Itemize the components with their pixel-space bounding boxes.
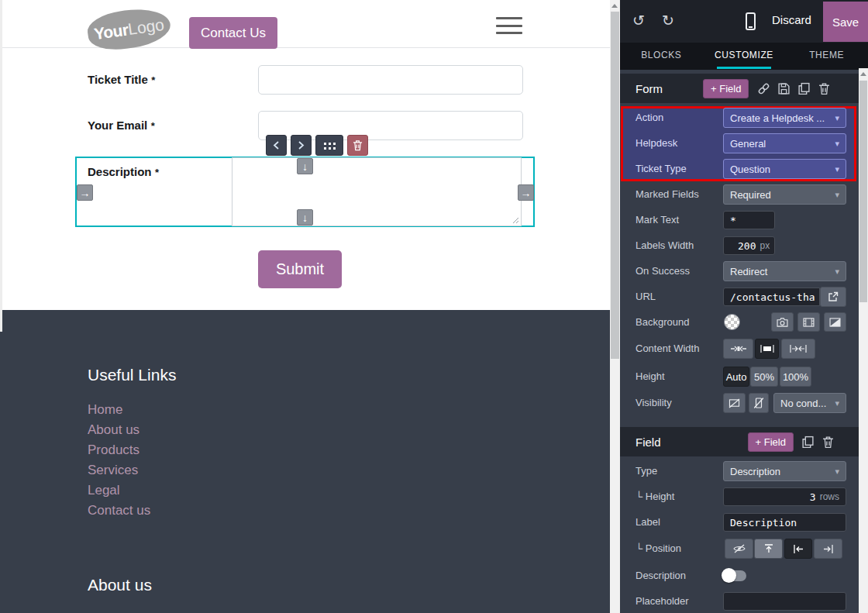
- site-logo[interactable]: YourLogo: [85, 5, 173, 53]
- copy-icon[interactable]: [801, 436, 815, 449]
- tab-theme[interactable]: THEME: [785, 43, 868, 70]
- editor-topbar: ↺ ↻ Discard Save: [620, 0, 868, 43]
- redo-icon[interactable]: ↻: [662, 12, 674, 29]
- contact-us-button[interactable]: Contact Us: [189, 17, 277, 49]
- field-section-title: Field: [636, 436, 661, 449]
- marked-fields-select[interactable]: Required▾: [723, 184, 846, 205]
- panel-scrollbar-thumb[interactable]: [859, 81, 867, 302]
- footer-link-products[interactable]: Products: [88, 440, 150, 460]
- labels-width-input[interactable]: 200px: [723, 236, 775, 255]
- content-width-default-icon: [760, 345, 774, 353]
- gradient-icon: [829, 318, 841, 327]
- resize-handle-icon[interactable]: [512, 217, 519, 224]
- field-description-row: Description: [620, 566, 859, 586]
- extend-down-handle[interactable]: ↓: [297, 209, 313, 226]
- background-video-button[interactable]: [797, 312, 820, 332]
- arrow-down-icon: ↓: [302, 160, 308, 173]
- preview-scrollbar[interactable]: [610, 0, 620, 613]
- scroll-up-arrow-icon[interactable]: [611, 4, 618, 8]
- arrow-right-icon: →: [80, 187, 91, 199]
- helpdesk-select[interactable]: General▾: [723, 133, 846, 153]
- background-color-swatch[interactable]: [724, 314, 740, 330]
- footer-link-home[interactable]: Home: [88, 400, 150, 420]
- footer-link-legal[interactable]: Legal: [88, 480, 150, 501]
- logo-text-bold: Your: [93, 20, 129, 43]
- background-row: Background: [620, 312, 859, 332]
- height-auto-button[interactable]: Auto: [723, 367, 749, 387]
- placeholder-row: Placeholder: [620, 591, 859, 611]
- app-window: YourLogo Contact Us Ticket Title * Your …: [0, 0, 868, 613]
- hide-on-desktop-button[interactable]: [723, 393, 746, 413]
- footer-link-about[interactable]: About us: [88, 420, 150, 440]
- extend-up-handle[interactable]: ↓: [297, 158, 313, 174]
- helpdesk-row: Helpdesk General▾: [620, 133, 859, 153]
- open-url-button[interactable]: [820, 287, 846, 307]
- action-select[interactable]: Create a Helpdesk ...▾: [723, 108, 846, 128]
- placeholder-input[interactable]: [723, 592, 846, 611]
- panel-scrollbar[interactable]: [859, 68, 868, 613]
- undo-icon[interactable]: ↺: [632, 12, 645, 29]
- preview-scrollbar-thumb[interactable]: [611, 12, 619, 359]
- menu-icon[interactable]: [496, 17, 522, 34]
- description-textarea[interactable]: [232, 157, 522, 226]
- content-width-row: Content Width: [620, 339, 859, 359]
- trash-icon[interactable]: [822, 436, 835, 449]
- ticket-type-select[interactable]: Question▾: [723, 159, 846, 179]
- save-label: Save: [832, 15, 859, 29]
- move-previous-button[interactable]: [266, 135, 287, 156]
- chevron-down-icon: ▾: [835, 139, 839, 149]
- footer-link-services[interactable]: Services: [88, 460, 150, 480]
- label-hidden-button[interactable]: [725, 539, 753, 559]
- description-toggle[interactable]: [723, 570, 746, 581]
- label-right-button[interactable]: [814, 539, 842, 559]
- submit-button[interactable]: Submit: [258, 250, 342, 288]
- background-image-button[interactable]: [771, 312, 794, 332]
- url-input[interactable]: /contactus-tha: [723, 288, 820, 306]
- on-success-row: On Success Redirect▾: [620, 261, 859, 281]
- logo-text-light: Logo: [127, 15, 166, 38]
- mobile-preview-icon[interactable]: [746, 12, 756, 30]
- content-width-default-button[interactable]: [755, 339, 779, 359]
- field-type-select[interactable]: Description▾: [723, 461, 846, 481]
- height-100-button[interactable]: 100%: [780, 367, 811, 387]
- on-success-select[interactable]: Redirect▾: [723, 261, 846, 281]
- field-height-input[interactable]: 3rows: [723, 487, 846, 506]
- tab-blocks[interactable]: BLOCKS: [620, 43, 703, 70]
- copy-icon[interactable]: [797, 82, 811, 95]
- mark-text-input[interactable]: *: [723, 211, 775, 229]
- label-left-button[interactable]: [784, 539, 812, 559]
- visibility-condition-select[interactable]: No cond...▾: [773, 393, 846, 413]
- arrow-right-icon: →: [521, 187, 532, 199]
- save-button[interactable]: Save: [823, 2, 868, 42]
- mobile-slash-icon: [754, 398, 763, 408]
- content-width-full-icon: [790, 345, 807, 353]
- drag-handle-button[interactable]: [315, 135, 343, 156]
- extend-left-handle[interactable]: →: [77, 184, 93, 201]
- discard-button[interactable]: Discard: [772, 13, 811, 26]
- hide-on-mobile-button[interactable]: [749, 393, 769, 413]
- scroll-up-arrow-icon[interactable]: [860, 72, 866, 76]
- height-50-button[interactable]: 50%: [750, 367, 778, 387]
- trash-icon[interactable]: [818, 82, 831, 95]
- tab-customize[interactable]: CUSTOMIZE: [703, 43, 786, 70]
- link-icon[interactable]: [757, 82, 770, 95]
- content-width-narrow-button[interactable]: [723, 339, 753, 359]
- footer-link-contact[interactable]: Contact us: [88, 501, 150, 521]
- field-type-row: Type Description▾: [620, 461, 859, 481]
- delete-field-button[interactable]: [347, 135, 368, 156]
- add-field-button[interactable]: + Field: [748, 432, 794, 452]
- label-top-button[interactable]: [754, 539, 783, 559]
- ticket-title-input[interactable]: [258, 65, 523, 95]
- add-field-button[interactable]: + Field: [703, 79, 749, 98]
- field-label-input[interactable]: Description: [723, 513, 846, 532]
- eye-slash-icon: [733, 544, 746, 553]
- site-footer: Useful Links Home About us Products Serv…: [0, 310, 610, 613]
- background-shape-button[interactable]: [824, 312, 846, 332]
- useful-links-title: Useful Links: [88, 366, 176, 384]
- extend-right-handle[interactable]: →: [518, 184, 534, 201]
- move-next-button[interactable]: [291, 135, 312, 156]
- external-link-icon: [828, 291, 839, 302]
- content-width-full-button[interactable]: [781, 339, 815, 359]
- height-row: Height Auto 50% 100%: [620, 367, 859, 387]
- save-template-icon[interactable]: [777, 82, 790, 95]
